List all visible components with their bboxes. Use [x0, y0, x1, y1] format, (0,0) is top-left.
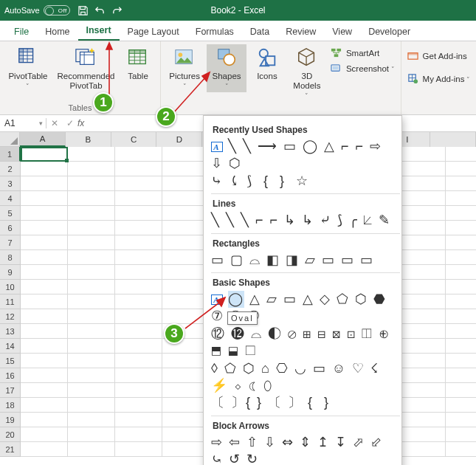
cell[interactable]: [68, 191, 115, 206]
pivottable-button[interactable]: PivotTable: [3, 44, 53, 92]
cell[interactable]: [21, 294, 68, 309]
cell[interactable]: [21, 176, 68, 191]
row-header[interactable]: 10: [0, 280, 21, 294]
row-header[interactable]: 12: [0, 309, 21, 324]
cell[interactable]: [446, 383, 476, 398]
cell[interactable]: [446, 427, 476, 442]
3d-models-button[interactable]: 3D Models: [288, 44, 326, 103]
cell[interactable]: [115, 413, 162, 427]
get-addins-button[interactable]: Get Add-ins: [404, 49, 473, 63]
cell[interactable]: [68, 221, 115, 235]
cell[interactable]: [115, 398, 162, 413]
cell[interactable]: [399, 280, 446, 294]
cell[interactable]: [399, 147, 446, 162]
cell[interactable]: [399, 162, 446, 176]
row-header[interactable]: 9: [0, 265, 21, 280]
cell[interactable]: [399, 368, 446, 383]
cell[interactable]: [399, 191, 446, 206]
cell[interactable]: [115, 427, 162, 442]
cell[interactable]: [399, 427, 446, 442]
row-header[interactable]: 1: [0, 147, 21, 162]
cell[interactable]: [115, 162, 162, 176]
shapes-lines-row[interactable]: ╲ ╲ ╲ ⌐ ⌐ ↳ ↳ ⤶ ⟆ ╭ ⟀ ✎: [211, 212, 400, 229]
cell[interactable]: [68, 442, 115, 457]
row-header[interactable]: 14: [0, 339, 21, 354]
cell[interactable]: [115, 383, 162, 398]
tab-view[interactable]: View: [324, 22, 360, 41]
row-header[interactable]: 7: [0, 235, 21, 250]
cell[interactable]: [115, 147, 162, 162]
row-header[interactable]: 5: [0, 206, 21, 221]
enter-formula-icon[interactable]: ✓: [62, 118, 77, 128]
cell[interactable]: [399, 235, 446, 250]
cell[interactable]: [115, 442, 162, 457]
row-header[interactable]: 16: [0, 368, 21, 383]
row-header[interactable]: 19: [0, 413, 21, 427]
cell[interactable]: [399, 309, 446, 324]
autosave-toggle[interactable]: Off: [44, 5, 70, 16]
cell[interactable]: [399, 221, 446, 235]
cell[interactable]: [68, 339, 115, 354]
cell[interactable]: [399, 265, 446, 280]
icons-button[interactable]: Icons: [248, 44, 286, 83]
autosave-control[interactable]: AutoSave Off: [4, 5, 70, 16]
cell[interactable]: [446, 221, 476, 235]
cell[interactable]: [21, 250, 68, 265]
cell[interactable]: [115, 176, 162, 191]
col-header-b[interactable]: B: [66, 132, 111, 147]
cell[interactable]: [399, 294, 446, 309]
col-header-c[interactable]: C: [111, 132, 157, 147]
cell[interactable]: [21, 427, 68, 442]
cell[interactable]: [446, 354, 476, 368]
cell[interactable]: [115, 191, 162, 206]
cell[interactable]: [446, 176, 476, 191]
cell[interactable]: [115, 368, 162, 383]
cell[interactable]: [115, 354, 162, 368]
tab-review[interactable]: Review: [277, 22, 324, 41]
smartart-button[interactable]: SmartArt: [328, 46, 398, 60]
cell[interactable]: [399, 339, 446, 354]
row-header[interactable]: 2: [0, 162, 21, 176]
tab-developer[interactable]: Developer: [360, 22, 418, 41]
cell[interactable]: [115, 309, 162, 324]
shapes-basic-row[interactable]: A ◯ △ ▱ ▭ △ ◇ ⬠ ⬡ ⬣ ⑦ ⑧ ⑩ ⑫ ⓬ ⌓ ◐ ⊘ ⊞ ⊟ …: [211, 291, 400, 412]
cell[interactable]: [446, 398, 476, 413]
cell[interactable]: [21, 368, 68, 383]
cell[interactable]: [21, 221, 68, 235]
cell[interactable]: [399, 442, 446, 457]
cell[interactable]: [399, 206, 446, 221]
cell[interactable]: [68, 413, 115, 427]
screenshot-button[interactable]: Screenshot: [328, 61, 398, 75]
cell[interactable]: [446, 294, 476, 309]
cell[interactable]: [399, 354, 446, 368]
shapes-block-row[interactable]: ⇨ ⇦ ⇧ ⇩ ⇔ ⇕ ↥ ↧ ⬀ ⬃ ⤿ ↺ ↻⤷ ⤶ ⤹ ⤸ ⇗ ⇘ ▷ ◁…: [211, 434, 400, 465]
cell[interactable]: [21, 147, 68, 162]
cell[interactable]: [68, 147, 115, 162]
cell[interactable]: [21, 235, 68, 250]
tab-data[interactable]: Data: [242, 22, 277, 41]
cell[interactable]: [68, 368, 115, 383]
cell[interactable]: [399, 413, 446, 427]
cell[interactable]: [68, 250, 115, 265]
col-header-a[interactable]: A: [20, 132, 66, 147]
row-header[interactable]: 15: [0, 354, 21, 368]
cell[interactable]: [399, 250, 446, 265]
cell[interactable]: [446, 339, 476, 354]
cell[interactable]: [446, 309, 476, 324]
cell[interactable]: [399, 324, 446, 339]
row-header[interactable]: 8: [0, 250, 21, 265]
col-header-j[interactable]: [430, 132, 476, 147]
cell[interactable]: [399, 176, 446, 191]
row-header[interactable]: 3: [0, 176, 21, 191]
cell[interactable]: [21, 206, 68, 221]
shape-oval[interactable]: ◯: [228, 291, 244, 308]
cell[interactable]: [68, 294, 115, 309]
cell[interactable]: [115, 221, 162, 235]
cell[interactable]: [115, 339, 162, 354]
undo-icon[interactable]: [94, 5, 106, 16]
cell[interactable]: [68, 176, 115, 191]
cell[interactable]: [446, 265, 476, 280]
cell[interactable]: [446, 324, 476, 339]
cell[interactable]: [68, 383, 115, 398]
cell[interactable]: [21, 309, 68, 324]
